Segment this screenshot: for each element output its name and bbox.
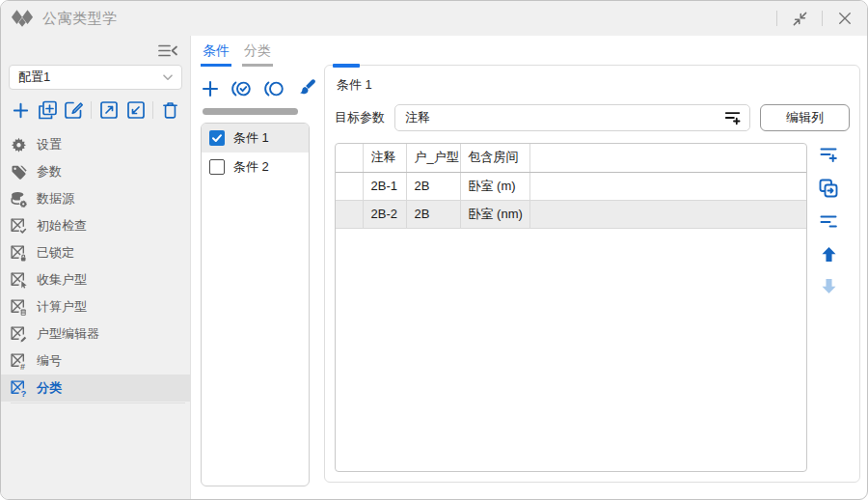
check-all-icon[interactable]	[231, 79, 253, 98]
checkbox-unchecked[interactable]	[209, 159, 225, 175]
add-condition-icon[interactable]	[201, 79, 220, 98]
detail-tab-condition-1[interactable]: 条件 1	[337, 76, 850, 94]
xsquare-lock-icon	[11, 245, 27, 262]
sidebar-item-label: 计算户型	[37, 298, 87, 316]
list-item-condition-2[interactable]: 条件 2	[202, 153, 309, 181]
cell-included-rooms[interactable]: 卧室 (nm)	[460, 200, 529, 228]
cell-included-rooms[interactable]: 卧室 (m)	[460, 172, 529, 200]
condition-detail-box: 条件 1 目标参数 编辑列	[324, 65, 860, 483]
tab-conditions[interactable]: 条件	[201, 41, 231, 67]
collapse-sidebar-icon[interactable]	[158, 43, 178, 58]
duplicate-row-icon[interactable]	[818, 178, 839, 199]
checkbox-checked[interactable]	[209, 130, 225, 146]
remove-row-icon[interactable]	[819, 212, 839, 232]
row-selector-cell[interactable]	[336, 172, 363, 200]
row-selector-cell[interactable]	[336, 200, 363, 228]
active-tab-indicator	[333, 64, 360, 68]
target-parameter-field[interactable]	[394, 104, 750, 131]
table-header-row: 注释 户_户型 包含房间	[336, 144, 806, 172]
row-toolbar	[807, 143, 850, 472]
cell-comment[interactable]: 2B-1	[363, 172, 406, 200]
list-item-label: 条件 1	[233, 129, 269, 147]
horizontal-scrollbar[interactable]	[203, 108, 298, 115]
xsquare-question-icon: ?	[11, 380, 27, 397]
list-add-icon[interactable]	[724, 109, 742, 126]
gear-icon	[11, 137, 27, 153]
sidebar-item-numbering[interactable]: # 编号	[1, 347, 190, 375]
edit-columns-button[interactable]: 编辑列	[760, 104, 850, 131]
sidebar-item-label: 参数	[37, 163, 62, 181]
cell-filler	[529, 172, 806, 200]
add-config-icon[interactable]	[12, 101, 30, 120]
cell-unit-type[interactable]: 2B	[406, 172, 460, 200]
sidebar-item-classification[interactable]: ? 分类	[1, 375, 190, 402]
xsquare-check-icon	[11, 218, 27, 235]
conditions-panel: 条件 分类	[191, 36, 318, 499]
cell-comment[interactable]: 2B-2	[363, 200, 406, 228]
brush-icon[interactable]	[296, 78, 316, 98]
sidebar-item-label: 数据源	[37, 190, 74, 208]
window-title: 公寓类型学	[42, 10, 118, 28]
database-gear-icon	[11, 191, 27, 208]
conditions-toolbar	[201, 78, 310, 98]
table-row[interactable]: 2B-2 2B 卧室 (nm)	[336, 200, 806, 228]
sidebar-item-parameters[interactable]: 参数	[1, 158, 190, 185]
sidebar-item-unit-editor[interactable]: 户型编辑器	[1, 320, 190, 347]
sidebar-item-calculate-units[interactable]: 计算户型	[1, 293, 190, 320]
sidebar-item-initial-check[interactable]: 初始检查	[1, 212, 190, 239]
sidebar-item-label: 初始检查	[37, 217, 87, 235]
sidebar-item-collect-units[interactable]: 收集户型	[1, 266, 190, 293]
sidebar-item-settings[interactable]: 设置	[1, 131, 190, 158]
export-config-icon[interactable]	[99, 100, 119, 120]
sidebar-divider	[11, 403, 185, 403]
sidebar-item-locked[interactable]: 已锁定	[1, 239, 190, 266]
sidebar-item-label: 户型编辑器	[37, 325, 99, 343]
list-item-condition-1[interactable]: 条件 1	[202, 124, 309, 153]
sidebar-item-label: 收集户型	[37, 271, 87, 289]
duplicate-config-icon[interactable]	[38, 100, 57, 120]
tab-classification[interactable]: 分类	[242, 41, 273, 67]
sidebar-item-data-source[interactable]: 数据源	[1, 185, 190, 212]
sidebar: 配置1	[1, 36, 191, 499]
sidebar-item-label: 已锁定	[37, 244, 74, 262]
config-toolbar	[1, 90, 190, 128]
cell-filler	[529, 200, 806, 228]
cell-unit-type[interactable]: 2B	[406, 200, 460, 228]
chevron-down-icon	[163, 74, 173, 81]
collapse-window-icon[interactable]	[789, 8, 810, 29]
move-up-icon[interactable]	[820, 245, 838, 264]
column-header-unit-type[interactable]: 户_户型	[406, 144, 460, 172]
target-parameter-label: 目标参数	[335, 109, 385, 126]
move-down-icon[interactable]	[820, 277, 838, 295]
uncheck-all-icon[interactable]	[263, 79, 285, 98]
target-parameter-input[interactable]	[399, 111, 724, 125]
titlebar-separator	[822, 11, 823, 26]
conditions-table: 注释 户_户型 包含房间 2B-1 2B	[335, 143, 807, 472]
row-selector-header	[336, 144, 363, 172]
app-logo-icon	[11, 9, 34, 29]
edit-config-icon[interactable]	[64, 100, 83, 120]
xsquare-hash-icon: #	[11, 353, 27, 370]
conditions-list: 条件 1 条件 2	[201, 123, 310, 486]
svg-text:#: #	[20, 361, 25, 369]
title-bar: 公寓类型学	[1, 1, 867, 36]
toolbar-separator	[91, 101, 92, 119]
column-header-included-rooms[interactable]: 包含房间	[460, 144, 529, 172]
import-config-icon[interactable]	[126, 100, 146, 120]
middle-tab-strip: 条件 分类	[201, 41, 310, 67]
delete-config-icon[interactable]	[161, 100, 179, 120]
add-row-icon[interactable]	[819, 145, 839, 164]
column-header-comment[interactable]: 注释	[363, 144, 406, 172]
tags-icon	[11, 164, 27, 181]
sidebar-nav: 设置 参数	[1, 131, 190, 403]
column-header-filler	[529, 144, 806, 172]
config-select[interactable]: 配置1	[9, 65, 182, 90]
close-icon[interactable]	[834, 8, 855, 29]
sidebar-item-label: 编号	[37, 352, 62, 370]
sidebar-item-label: 分类	[37, 379, 62, 397]
xsquare-cursor-icon	[11, 272, 27, 289]
table-row[interactable]: 2B-1 2B 卧室 (m)	[336, 172, 806, 200]
sidebar-item-label: 设置	[37, 136, 62, 153]
svg-text:?: ?	[21, 387, 27, 396]
list-item-label: 条件 2	[233, 158, 269, 176]
